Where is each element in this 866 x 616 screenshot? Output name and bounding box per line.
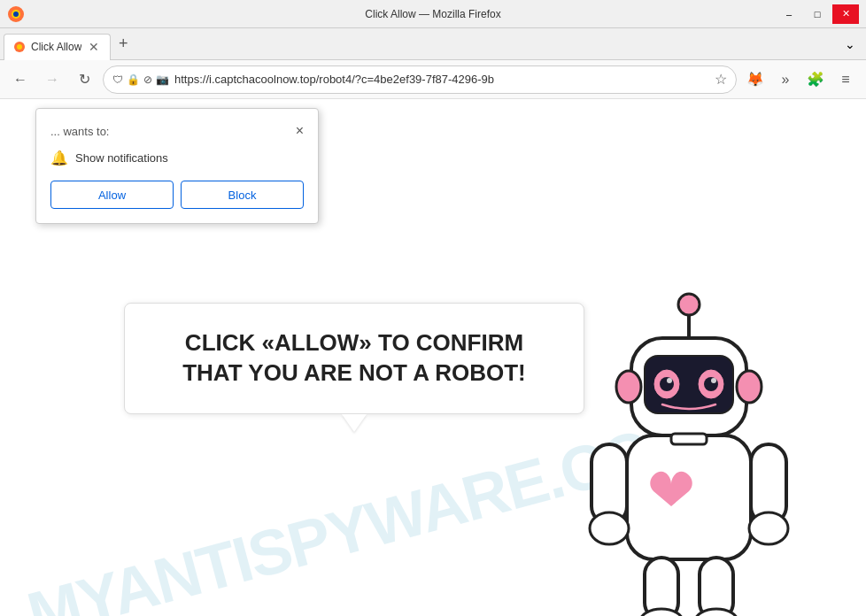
minimize-button[interactable]: – (776, 4, 802, 24)
new-tab-button[interactable]: + (111, 32, 135, 57)
allow-button[interactable]: Allow (50, 181, 174, 209)
svg-point-11 (660, 377, 674, 391)
list-all-tabs-button[interactable]: ⌄ (838, 32, 862, 57)
address-bar[interactable]: 🛡 🔒 ⊘ 📷 https://i.captchacoolnow.top/rob… (103, 65, 737, 94)
tab-close-button[interactable]: ✕ (87, 40, 101, 54)
block-button[interactable]: Block (181, 181, 304, 209)
popup-permission: 🔔 Show notifications (50, 150, 304, 166)
url-display: https://i.captchacoolnow.top/robot4/?c=4… (174, 73, 709, 86)
tab-title: Click Allow (31, 41, 81, 53)
forward-button[interactable]: → (39, 66, 66, 93)
maximize-button[interactable]: □ (804, 4, 831, 24)
close-button[interactable]: ✕ (832, 4, 859, 24)
svg-rect-26 (700, 558, 733, 616)
toolbar-right: 🦊 » 🧩 ≡ (742, 66, 859, 93)
title-bar-controls: – □ ✕ (776, 4, 859, 24)
popup-close-button[interactable]: × (296, 123, 304, 139)
svg-point-21 (590, 512, 629, 544)
security-icons: 🛡 🔒 ⊘ 📷 (112, 73, 169, 86)
extensions-button[interactable]: 🧩 (802, 66, 829, 93)
menu-button[interactable]: ≡ (832, 66, 859, 93)
tracking-icon: ⊘ (143, 73, 152, 86)
window-title: Click Allow — Mozilla Firefox (365, 8, 500, 20)
svg-point-18 (616, 371, 641, 403)
bookmark-button[interactable]: ☆ (715, 71, 727, 88)
camera-icon: 📷 (156, 73, 169, 86)
nav-bar: ← → ↻ 🛡 🔒 ⊘ 📷 https://i.captchacoolnow.t… (0, 60, 866, 99)
title-bar-left (7, 5, 25, 23)
popup-buttons: Allow Block (50, 181, 304, 209)
page-content: MYANTISPYWARE.COM ... wants to: × 🔔 Show… (0, 99, 866, 616)
popup-header: ... wants to: × (50, 123, 304, 139)
tab-bar: Click Allow ✕ + ⌄ (0, 28, 866, 60)
extensions-more-button[interactable]: » (772, 66, 799, 93)
svg-point-23 (749, 512, 788, 544)
active-tab[interactable]: Click Allow ✕ (4, 34, 111, 60)
permission-text: Show notifications (75, 151, 168, 165)
svg-point-13 (667, 378, 672, 383)
bubble-tail (342, 414, 367, 432)
robot-illustration (565, 241, 813, 616)
svg-rect-17 (671, 434, 707, 444)
back-button[interactable]: ← (7, 66, 34, 93)
reload-button[interactable]: ↻ (71, 66, 97, 93)
firefox-icon (7, 5, 25, 23)
bell-icon: 🔔 (50, 150, 68, 166)
svg-rect-6 (627, 435, 751, 559)
svg-point-19 (737, 371, 762, 403)
svg-point-2 (13, 12, 19, 17)
popup-wants-text: ... wants to: (50, 125, 109, 138)
speech-bubble: CLICK «ALLOW» TO CONFIRM THAT YOU ARE NO… (124, 303, 584, 414)
firefox-account-button[interactable]: 🦊 (742, 66, 769, 93)
lock-icon: 🔒 (127, 73, 140, 86)
notification-popup: ... wants to: × 🔔 Show notifications All… (35, 108, 319, 224)
svg-rect-24 (645, 558, 678, 616)
svg-point-14 (711, 378, 716, 383)
svg-point-16 (678, 294, 700, 315)
robot-svg (565, 241, 813, 616)
speech-bubble-wrapper: CLICK «ALLOW» TO CONFIRM THAT YOU ARE NO… (124, 303, 584, 432)
title-bar: Click Allow — Mozilla Firefox – □ ✕ (0, 0, 866, 28)
bubble-text: CLICK «ALLOW» TO CONFIRM THAT YOU ARE NO… (182, 329, 526, 386)
shield-icon: 🛡 (112, 73, 123, 86)
svg-point-12 (704, 377, 718, 391)
svg-point-4 (17, 44, 22, 50)
tab-favicon (13, 41, 26, 53)
